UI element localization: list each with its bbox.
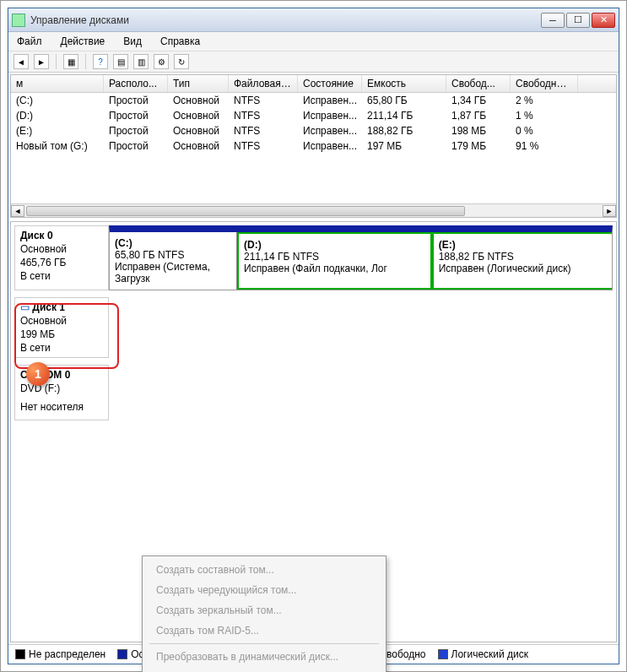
cell: 211,14 ГБ <box>362 109 446 122</box>
cell: Исправен... <box>298 139 362 153</box>
cell: 91 % <box>511 139 578 153</box>
table-row[interactable]: (E:)ПростойОсновнойNTFSИсправен...188,82… <box>11 123 616 138</box>
disk-size: 199 МБ <box>20 328 103 340</box>
disk-0-row[interactable]: Диск 0 Основной 465,76 ГБ В сети (C:) 65… <box>14 225 613 290</box>
scroll-left-button[interactable]: ◄ <box>11 205 24 217</box>
disk-status: В сети <box>20 342 103 354</box>
help-icon[interactable]: ? <box>93 54 108 69</box>
menu-separator <box>149 643 379 644</box>
cell: 179 МБ <box>446 139 511 153</box>
cell: 1,87 ГБ <box>446 109 511 122</box>
disk-management-window: Управление дисками ─ ☐ ✕ Файл Действие В… <box>8 8 619 664</box>
col-free[interactable]: Свобод... <box>446 75 511 92</box>
col-type[interactable]: Тип <box>168 75 229 92</box>
close-button[interactable]: ✕ <box>592 13 615 28</box>
menu-create-raid5: Создать том RAID-5... <box>144 621 384 641</box>
disk-1-label[interactable]: ▭ Диск 1 Основной 199 МБ В сети <box>14 297 109 358</box>
menu-create-spanned: Создать составной том... <box>144 560 384 580</box>
partition-c[interactable]: (C:) 65,80 ГБ NTFS Исправен (Система, За… <box>110 232 237 290</box>
menu-convert-gpt: Преобразовать в GPT-диск <box>144 667 384 672</box>
cell: Новый том (G:) <box>11 139 104 153</box>
cell: Основной <box>168 94 229 107</box>
cell: Основной <box>168 124 229 138</box>
disk-name: ▭ Диск 1 <box>20 301 103 313</box>
cell: Простой <box>104 124 168 138</box>
cell: Простой <box>104 94 168 107</box>
col-volume[interactable]: м <box>11 75 104 92</box>
cell: Основной <box>168 109 229 122</box>
menu-action[interactable]: Действие <box>57 34 109 49</box>
col-free-pct[interactable]: Свободно % <box>511 75 578 92</box>
cell: Простой <box>104 139 168 153</box>
menu-help[interactable]: Справка <box>157 34 203 49</box>
cell: NTFS <box>229 139 298 153</box>
col-filesystem[interactable]: Файловая с... <box>229 75 298 92</box>
app-icon <box>12 14 25 27</box>
toolbar-separator <box>56 54 57 69</box>
disk-type: Основной <box>20 315 103 327</box>
menu-view[interactable]: Вид <box>120 34 145 49</box>
partition-d[interactable]: (D:) 211,14 ГБ NTFS Исправен (Файл подка… <box>237 232 432 290</box>
col-layout[interactable]: Располо... <box>104 75 168 92</box>
col-capacity[interactable]: Емкость <box>362 75 446 92</box>
layout-button[interactable]: ▦ <box>63 54 78 69</box>
menu-file[interactable]: Файл <box>14 34 46 49</box>
menu-convert-dynamic: Преобразовать в динамический диск... <box>144 647 384 667</box>
cell: 1,34 ГБ <box>446 94 511 107</box>
callout-1: 1 <box>26 362 50 386</box>
volume-list: м Располо... Тип Файловая с... Состояние… <box>10 74 617 218</box>
col-status[interactable]: Состояние <box>298 75 362 92</box>
table-row[interactable]: (D:)ПростойОсновнойNTFSИсправен...211,14… <box>11 108 616 123</box>
table-row[interactable]: (C:)ПростойОсновнойNTFSИсправен...65,80 … <box>11 93 616 108</box>
cell: 2 % <box>511 94 578 107</box>
horizontal-scrollbar[interactable]: ◄ ► <box>11 203 616 217</box>
toolbar: ◄ ► ▦ ? ▤ ▥ ⚙ ↻ <box>8 51 619 73</box>
disk-size: 465,76 ГБ <box>20 257 103 268</box>
back-button[interactable]: ◄ <box>14 54 29 69</box>
window-title: Управление дисками <box>30 14 541 26</box>
disk-map: Диск 0 Основной 465,76 ГБ В сети (C:) 65… <box>10 221 617 642</box>
cell: Основной <box>168 139 229 153</box>
cell: NTFS <box>229 109 298 122</box>
menubar: Файл Действие Вид Справка <box>8 32 619 51</box>
partition-e[interactable]: (E:) 188,82 ГБ NTFS Исправен (Логический… <box>432 232 612 290</box>
view-top-button[interactable]: ▤ <box>113 54 128 69</box>
cell: 1 % <box>511 109 578 122</box>
maximize-button[interactable]: ☐ <box>566 13 590 28</box>
scroll-thumb[interactable] <box>26 206 465 216</box>
cell: (D:) <box>11 109 104 122</box>
cdrom-status: Нет носителя <box>20 401 103 413</box>
cell: 188,82 ГБ <box>362 124 446 138</box>
menu-create-striped: Создать чередующийся том... <box>144 580 384 600</box>
view-bottom-button[interactable]: ▥ <box>133 54 149 69</box>
toolbar-separator <box>85 54 86 69</box>
forward-button[interactable]: ► <box>34 54 49 69</box>
table-row[interactable]: Новый том (G:)ПростойОсновнойNTFSИсправе… <box>11 138 616 154</box>
cell: 65,80 ГБ <box>362 94 446 107</box>
cell: Исправен... <box>298 124 362 138</box>
cell: NTFS <box>229 94 298 107</box>
cell: (E:) <box>11 124 104 138</box>
cell: Исправен... <box>298 94 362 107</box>
swatch-unallocated <box>15 649 25 659</box>
cell: NTFS <box>229 124 298 138</box>
swatch-logical <box>438 649 448 659</box>
minimize-button[interactable]: ─ <box>541 13 565 28</box>
refresh-icon[interactable]: ↻ <box>174 54 189 69</box>
disk-type: Основной <box>20 243 103 255</box>
cell: (C:) <box>11 94 104 107</box>
cell: 198 МБ <box>446 124 511 138</box>
titlebar[interactable]: Управление дисками ─ ☐ ✕ <box>8 8 619 32</box>
cell: 197 МБ <box>362 139 446 153</box>
cell: 0 % <box>511 124 578 138</box>
menu-create-mirrored: Создать зеркальный том... <box>144 600 384 621</box>
scroll-right-button[interactable]: ► <box>603 205 616 217</box>
disk-1-row[interactable]: ▭ Диск 1 Основной 199 МБ В сети <box>14 297 613 358</box>
swatch-primary <box>117 649 127 659</box>
settings-icon[interactable]: ⚙ <box>154 54 169 69</box>
disk-status: В сети <box>20 270 103 282</box>
disk-0-label[interactable]: Диск 0 Основной 465,76 ГБ В сети <box>14 225 109 290</box>
cell: Простой <box>104 109 168 122</box>
cdrom-row[interactable]: CD-ROM 0 DVD (F:) Нет носителя <box>14 365 613 420</box>
context-menu: Создать составной том... Создать чередую… <box>142 555 386 672</box>
